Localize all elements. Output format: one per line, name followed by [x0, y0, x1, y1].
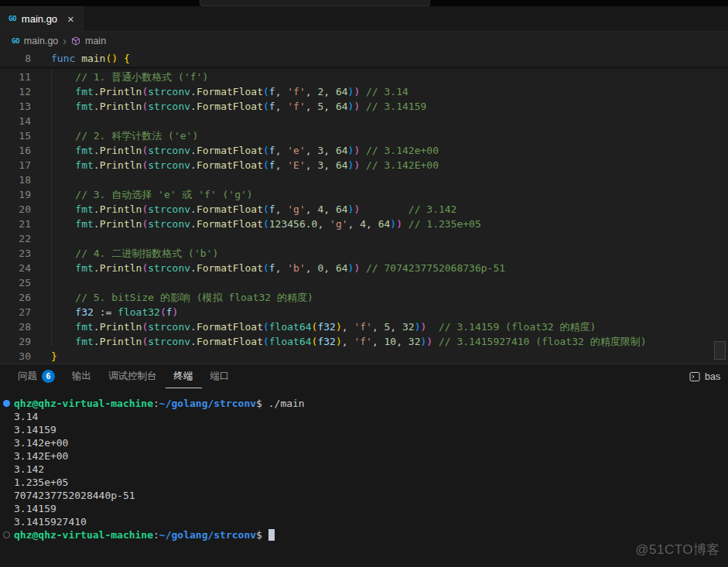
- terminal-line: 3.142e+00: [14, 436, 728, 449]
- code-text: f32 := float32(f): [31, 305, 178, 319]
- code-text: fmt.Println(strconv.FormatFloat(f, 'f', …: [31, 84, 408, 99]
- line-number: 27: [0, 305, 31, 319]
- symbol-method-icon: [71, 36, 80, 46]
- chevron-right-icon: ›: [63, 35, 67, 47]
- code-text: [31, 231, 51, 246]
- code-line: 20 fmt.Println(strconv.FormatFloat(f, 'g…: [0, 202, 728, 217]
- terminal-line: 3.142: [14, 463, 728, 476]
- code-text: fmt.Println(strconv.FormatFloat(float64(…: [31, 319, 596, 334]
- terminal-line: qhz@qhz-virtual-machine:~/golang/strconv…: [14, 528, 728, 541]
- code-text: fmt.Println(strconv.FormatFloat(f, 'f', …: [31, 99, 426, 114]
- tab-main-go[interactable]: GO main.go ×: [0, 6, 84, 31]
- code-text: // 1. 普通小数格式 ('f'): [31, 70, 208, 84]
- tab-label: main.go: [22, 13, 57, 25]
- go-file-icon: GO: [12, 37, 19, 45]
- terminal-content[interactable]: qhz@qhz-virtual-machine:~/golang/strconv…: [0, 388, 728, 541]
- code-line: 13 fmt.Println(strconv.FormatFloat(f, 'f…: [0, 99, 728, 114]
- panel-tab-debug-console[interactable]: 调试控制台: [100, 364, 166, 388]
- panel-tab-problems[interactable]: 问题6: [9, 364, 63, 388]
- vscode-window: GO main.go × GO main.go › main 8 func ma…: [0, 0, 728, 567]
- terminal-profile-label: bas: [705, 371, 720, 382]
- sticky-code: func main() {: [31, 53, 130, 64]
- line-number: 20: [0, 202, 31, 217]
- terminal-icon: [689, 371, 700, 382]
- terminal-line: 3.14: [14, 410, 728, 423]
- code-text: fmt.Println(strconv.FormatFloat(123456.0…: [31, 217, 481, 231]
- problems-badge: 6: [42, 370, 55, 383]
- code-line: 19 // 3. 自动选择 'e' 或 'f' ('g'): [0, 187, 728, 202]
- panel-header: 问题6输出调试控制台终端端口 bas: [0, 364, 728, 388]
- line-number: 26: [0, 290, 31, 305]
- command-decoration-filled-icon[interactable]: [3, 400, 10, 407]
- line-number: 19: [0, 187, 31, 202]
- panel-tabs: 问题6输出调试控制台终端端口: [9, 364, 238, 388]
- line-number: 28: [0, 319, 31, 334]
- terminal-cursor: [268, 529, 275, 541]
- terminal-line: 3.14159: [14, 502, 728, 515]
- editor-pane[interactable]: 11 // 1. 普通小数格式 ('f')12 fmt.Println(strc…: [0, 67, 728, 364]
- code-text: // 4. 二进制指数格式 ('b'): [31, 246, 218, 261]
- terminal-line: qhz@qhz-virtual-machine:~/golang/strconv…: [14, 397, 728, 410]
- code-line: 17 fmt.Println(strconv.FormatFloat(f, 'E…: [0, 158, 728, 172]
- panel-tab-ports[interactable]: 端口: [202, 364, 238, 388]
- code-text: // 5. bitSize 的影响 (模拟 float32 的精度): [31, 290, 313, 305]
- code-text: fmt.Println(strconv.FormatFloat(f, 'b', …: [31, 261, 505, 275]
- line-number: 8: [0, 53, 31, 64]
- breadcrumb-file[interactable]: main.go: [24, 36, 58, 46]
- terminal-line: 3.1415927410: [14, 515, 728, 528]
- command-decoration-outline-icon[interactable]: [3, 531, 10, 538]
- code-line: 16 fmt.Println(strconv.FormatFloat(f, 'e…: [0, 143, 728, 158]
- code-line: 27 f32 := float32(f): [0, 305, 728, 319]
- line-number: 24: [0, 261, 31, 275]
- code-text: fmt.Println(strconv.FormatFloat(float64(…: [31, 334, 646, 349]
- code-line: 12 fmt.Println(strconv.FormatFloat(f, 'f…: [0, 84, 728, 99]
- code-line: 11 // 1. 普通小数格式 ('f'): [0, 70, 728, 84]
- terminal-line: 3.14159: [14, 423, 728, 436]
- editor-scrollbar[interactable]: [714, 341, 726, 360]
- code-text: fmt.Println(strconv.FormatFloat(f, 'E', …: [31, 158, 439, 172]
- close-tab-icon[interactable]: ×: [67, 13, 74, 25]
- line-number: 12: [0, 84, 31, 99]
- code-line: 22: [0, 231, 728, 246]
- panel-tab-output[interactable]: 输出: [63, 364, 100, 388]
- code-line: 25: [0, 275, 728, 290]
- command-center[interactable]: [200, 0, 430, 6]
- code-line: 28 fmt.Println(strconv.FormatFloat(float…: [0, 319, 728, 334]
- panel-tab-terminal[interactable]: 终端: [166, 364, 202, 388]
- code-text: // 2. 科学计数法 ('e'): [31, 128, 198, 143]
- code-line: 18: [0, 172, 728, 187]
- go-file-icon: GO: [9, 15, 16, 22]
- tab-bar: GO main.go ×: [0, 6, 728, 32]
- code-text: [31, 114, 51, 128]
- breadcrumb-symbol[interactable]: main: [85, 36, 106, 46]
- code-line: 26 // 5. bitSize 的影响 (模拟 float32 的精度): [0, 290, 728, 305]
- sticky-scroll-line[interactable]: 8 func main() {: [0, 50, 728, 67]
- code-line: 21 fmt.Println(strconv.FormatFloat(12345…: [0, 217, 728, 231]
- line-number: 23: [0, 246, 31, 261]
- terminal-profile-button[interactable]: bas: [689, 364, 728, 388]
- code-line: 15 // 2. 科学计数法 ('e'): [0, 128, 728, 143]
- terminal-line: 7074237752028440p-51: [14, 489, 728, 502]
- line-number: 21: [0, 217, 31, 231]
- code-text: // 3. 自动选择 'e' 或 'f' ('g'): [31, 187, 253, 202]
- line-number: 29: [0, 334, 31, 349]
- line-number: 14: [0, 114, 31, 128]
- breadcrumb: GO main.go › main: [0, 32, 728, 50]
- line-number: 18: [0, 172, 31, 187]
- indent-guide: [51, 70, 52, 346]
- code-text: }: [31, 349, 57, 364]
- line-number: 16: [0, 143, 31, 158]
- code-text: fmt.Println(strconv.FormatFloat(f, 'g', …: [31, 202, 456, 217]
- code-line: 29 fmt.Println(strconv.FormatFloat(float…: [0, 334, 728, 349]
- code-line: 14: [0, 114, 728, 128]
- title-bar: [0, 0, 728, 6]
- code-line: 24 fmt.Println(strconv.FormatFloat(f, 'b…: [0, 261, 728, 275]
- line-number: 13: [0, 99, 31, 114]
- editor-lines: 11 // 1. 普通小数格式 ('f')12 fmt.Println(strc…: [0, 70, 728, 364]
- line-number: 22: [0, 231, 31, 246]
- line-number: 17: [0, 158, 31, 172]
- terminal-line: 1.235e+05: [14, 476, 728, 489]
- code-text: [31, 172, 51, 187]
- code-text: [31, 275, 51, 290]
- watermark: @51CTO博客: [635, 541, 720, 558]
